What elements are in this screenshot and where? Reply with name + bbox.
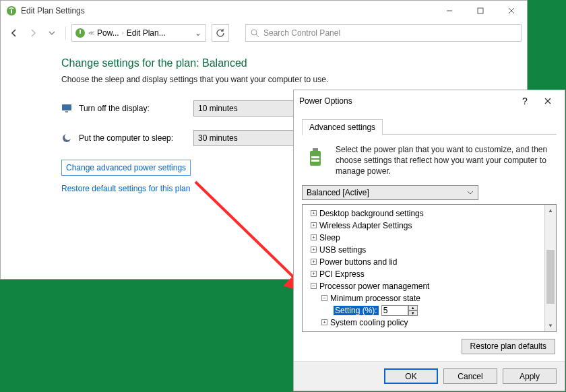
scroll-track[interactable]: [545, 216, 556, 320]
navbar: ≪ Pow... › Edit Plan... ⌄ Search Control…: [1, 21, 527, 45]
search-input[interactable]: Search Control Panel: [245, 24, 522, 42]
expand-icon[interactable]: +: [311, 247, 317, 253]
advanced-settings-link[interactable]: Change advanced power settings: [61, 160, 191, 176]
svg-rect-3: [478, 8, 483, 13]
tree-item-label: USB settings: [319, 245, 366, 255]
cancel-button[interactable]: Cancel: [443, 368, 497, 384]
breadcrumb[interactable]: ≪ Pow... › Edit Plan... ⌄: [71, 24, 206, 42]
apply-button[interactable]: Apply: [503, 368, 557, 384]
help-button[interactable]: ?: [513, 90, 536, 112]
tree-view[interactable]: +Desktop background settings+Wireless Ad…: [303, 205, 544, 331]
tree-item[interactable]: +Wireless Adapter Settings: [304, 220, 543, 232]
tree-item[interactable]: +System cooling policy: [304, 317, 543, 329]
tree-item[interactable]: +Desktop background settings: [304, 207, 543, 220]
link-text: Change advanced power settings: [66, 163, 186, 172]
svg-rect-11: [65, 111, 68, 112]
select-value: 10 minutes: [198, 104, 238, 113]
plan-select[interactable]: Balanced [Active]: [302, 185, 478, 200]
spin-down-icon[interactable]: ▼: [408, 311, 418, 316]
window-title: Edit Plan Settings: [21, 6, 434, 15]
svg-line-9: [256, 34, 259, 37]
tree-item-label: Desktop background settings: [319, 209, 424, 218]
ok-button[interactable]: OK: [384, 368, 438, 384]
tree-item-label: System cooling policy: [330, 318, 408, 327]
tree-item-label: PCI Express: [319, 269, 365, 279]
expand-icon[interactable]: +: [311, 259, 317, 265]
dialog-footer: OK Cancel Apply: [294, 361, 565, 391]
tree-item[interactable]: +Power buttons and lid: [304, 256, 543, 268]
search-icon: [250, 28, 259, 38]
maximize-button[interactable]: [465, 1, 496, 21]
collapse-icon[interactable]: −: [321, 295, 327, 301]
sleep-timeout-label: Put the computer to sleep:: [79, 133, 187, 143]
select-value: Balanced [Active]: [307, 188, 369, 197]
moon-icon: [61, 133, 72, 143]
svg-rect-10: [62, 104, 71, 110]
tree-item[interactable]: +Sleep: [304, 232, 543, 244]
titlebar: Edit Plan Settings: [1, 1, 527, 21]
svg-rect-21: [311, 156, 319, 158]
tree-item[interactable]: +USB settings: [304, 244, 543, 256]
minimize-button[interactable]: [434, 1, 465, 21]
scrollbar[interactable]: ▲ ▼: [544, 205, 556, 331]
separator: [65, 26, 66, 40]
crumb-part: Edit Plan...: [127, 28, 166, 38]
select-value: 30 minutes: [198, 133, 238, 143]
restore-plan-defaults-button[interactable]: Restore plan defaults: [462, 339, 555, 354]
page-subtext: Choose the sleep and display settings th…: [61, 75, 466, 84]
chevron-icon: ›: [122, 30, 124, 36]
setting-row: Setting (%):▲▼: [304, 304, 543, 317]
power-options-dialog: Power Options ? Advanced settings Select…: [293, 90, 565, 391]
setting-spinner[interactable]: ▲▼: [381, 304, 418, 317]
collapse-icon[interactable]: −: [311, 283, 317, 289]
restore-row: Restore plan defaults: [302, 332, 557, 358]
dialog-title: Power Options: [299, 96, 513, 106]
chevron-icon: ≪: [88, 30, 94, 36]
expand-icon[interactable]: +: [311, 234, 317, 240]
expand-icon[interactable]: +: [311, 210, 317, 216]
expand-icon[interactable]: +: [311, 271, 317, 277]
page-heading: Change settings for the plan: Balanced: [61, 57, 466, 69]
tree-item[interactable]: +Maximum processor state: [304, 329, 543, 331]
setting-input[interactable]: [381, 305, 408, 316]
scroll-up-icon[interactable]: ▲: [545, 205, 556, 216]
recent-button[interactable]: [44, 25, 60, 41]
battery-icon: [305, 144, 329, 168]
tree-item[interactable]: −Processor power management: [304, 280, 543, 292]
tree-item[interactable]: +PCI Express: [304, 268, 543, 280]
close-button[interactable]: [496, 1, 527, 21]
scroll-thumb[interactable]: [546, 250, 555, 304]
svg-rect-20: [313, 148, 318, 151]
tree-item-label: Minimum processor state: [330, 294, 420, 303]
tree-item-label: Processor power management: [319, 282, 429, 291]
chevron-down-icon: [467, 189, 474, 196]
restore-defaults-link[interactable]: Restore default settings for this plan: [61, 184, 190, 193]
monitor-icon: [61, 103, 72, 114]
expand-icon[interactable]: +: [311, 222, 317, 228]
tabstrip: Advanced settings: [302, 119, 557, 135]
tree-item-label: Sleep: [319, 233, 340, 242]
button-label: OK: [405, 372, 416, 381]
forward-button[interactable]: [25, 25, 41, 41]
search-placeholder: Search Control Panel: [263, 28, 340, 38]
tab-advanced-settings[interactable]: Advanced settings: [302, 119, 383, 135]
spin-up-icon[interactable]: ▲: [408, 305, 418, 311]
tree-item[interactable]: −Minimum processor state: [304, 292, 543, 304]
dialog-titlebar: Power Options ?: [294, 90, 565, 112]
chevron-down-icon[interactable]: ⌄: [193, 28, 203, 38]
description-text: Select the power plan that you want to c…: [336, 144, 554, 177]
settings-tree: +Desktop background settings+Wireless Ad…: [302, 204, 557, 332]
close-button[interactable]: [536, 90, 559, 112]
expand-icon[interactable]: +: [321, 319, 327, 325]
dialog-body: Advanced settings Select the power plan …: [294, 112, 565, 358]
svg-rect-7: [80, 30, 81, 34]
scroll-down-icon[interactable]: ▼: [545, 320, 556, 331]
button-label: Cancel: [458, 372, 482, 381]
svg-point-8: [251, 30, 257, 35]
setting-label: Setting (%):: [334, 306, 379, 315]
refresh-button[interactable]: [212, 24, 229, 42]
button-label: Restore plan defaults: [470, 341, 546, 351]
description-row: Select the power plan that you want to c…: [302, 135, 557, 185]
back-button[interactable]: [6, 25, 22, 41]
tree-item-label: Power buttons and lid: [319, 257, 397, 267]
